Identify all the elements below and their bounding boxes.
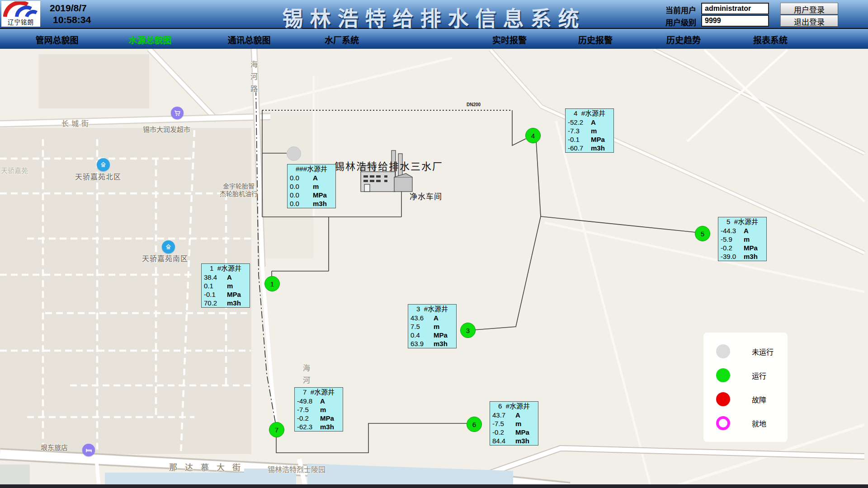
legend-label-idle: 未运行 bbox=[752, 346, 774, 357]
unit-flow: m3h bbox=[744, 252, 758, 261]
unit-pressure: MPa bbox=[434, 331, 448, 339]
value-level: 7.5 bbox=[408, 322, 434, 331]
value-pressure: 0.0 bbox=[288, 191, 313, 199]
value-flow: -39.0 bbox=[718, 252, 744, 261]
poi-label-tianjiao: 天骄嘉苑 bbox=[1, 165, 28, 175]
well-marker-1[interactable]: 1 bbox=[264, 276, 280, 291]
well-panel-title: 7 #水源井 bbox=[295, 388, 343, 397]
unit-flow: m3h bbox=[227, 299, 241, 307]
legend-label-running: 运行 bbox=[752, 370, 766, 381]
value-pressure: -0.1 bbox=[566, 135, 591, 144]
workshop-label: 净水车间 bbox=[410, 190, 442, 202]
well-panel-unassigned: ###水源井 0.0A 0.0m 0.0MPa 0.0m3h bbox=[287, 164, 336, 208]
value-flow: 70.2 bbox=[202, 299, 227, 307]
unit-level: m bbox=[744, 235, 750, 244]
unit-level: m bbox=[434, 322, 439, 331]
well-panel-5: 5 #水源井 -44.3A -5.9m -0.2MPa -39.0m3h bbox=[718, 217, 767, 261]
unit-level: m bbox=[591, 127, 597, 135]
value-level: -5.9 bbox=[718, 235, 744, 244]
current-user-input[interactable] bbox=[701, 3, 769, 14]
tab-pipe-network-overview[interactable]: 管网总貌图 bbox=[35, 33, 78, 46]
well-panel-6: 6 #水源井 43.7A -7.5m -0.2MPa 84.4m3h bbox=[490, 401, 538, 446]
date-display: 2019/8/7 bbox=[50, 2, 91, 14]
user-level-input[interactable] bbox=[701, 15, 769, 27]
value-current: -52.2 bbox=[566, 118, 591, 127]
value-current: -44.3 bbox=[718, 226, 744, 235]
well-panel-title: 3 #水源井 bbox=[408, 305, 456, 314]
well-marker-idle[interactable] bbox=[287, 146, 301, 161]
page-title: 锡林浩特给排水信息系统 bbox=[283, 2, 586, 32]
supermarket-cart-icon bbox=[171, 107, 184, 119]
logo-arcs-icon bbox=[3, 1, 38, 19]
value-current: 43.7 bbox=[490, 411, 515, 419]
poi-label-cemetery: 锡林浩特烈士陵园 bbox=[268, 464, 326, 474]
value-pressure: -0.2 bbox=[490, 428, 515, 436]
main-nav: 管网总貌图 水源总貌图 通讯总貌图 水厂系统 实时报警 历史报警 历史趋势 报表… bbox=[0, 29, 868, 49]
tianjiao-south-building-icon bbox=[162, 240, 175, 253]
well-marker-6[interactable]: 6 bbox=[467, 417, 482, 432]
unit-flow: m3h bbox=[313, 199, 327, 208]
logout-button[interactable]: 退出登录 bbox=[780, 15, 838, 27]
unit-current: A bbox=[591, 118, 596, 127]
poi-label-tire-shop: 金宇轮胎智 杰轮胎机油行 bbox=[220, 183, 258, 198]
unit-current: A bbox=[227, 273, 232, 282]
unit-current: A bbox=[434, 314, 439, 322]
value-pressure: -0.2 bbox=[718, 244, 744, 252]
value-level: -7.5 bbox=[295, 405, 320, 414]
tab-report-system[interactable]: 报表系统 bbox=[753, 33, 788, 46]
unit-pressure: MPa bbox=[515, 428, 529, 436]
street-label-changcheng: 长城街 bbox=[61, 117, 91, 128]
status-legend: 未运行 运行 故障 就地 bbox=[703, 333, 788, 442]
pipe-dn200-label: DN200 bbox=[467, 102, 481, 107]
unit-flow: m3h bbox=[320, 422, 334, 431]
unit-level: m bbox=[227, 282, 233, 290]
unit-pressure: MPa bbox=[320, 414, 334, 422]
value-flow: -60.7 bbox=[566, 144, 591, 152]
well-marker-3[interactable]: 3 bbox=[460, 323, 476, 338]
well-panel-title: 1 #水源井 bbox=[202, 264, 250, 273]
local-status-icon bbox=[716, 416, 730, 430]
plant-title: 锡林浩特给排水三水厂 bbox=[335, 158, 443, 173]
well-marker-4[interactable]: 4 bbox=[525, 128, 541, 143]
well-panel-title: ###水源井 bbox=[288, 164, 335, 174]
tab-history-alarm[interactable]: 历史报警 bbox=[578, 33, 613, 46]
hotel-bed-icon bbox=[82, 444, 95, 456]
well-marker-5[interactable]: 5 bbox=[695, 226, 710, 241]
unit-pressure: MPa bbox=[744, 244, 758, 252]
value-level: 0.0 bbox=[288, 182, 313, 191]
unit-current: A bbox=[313, 174, 318, 182]
value-level: -7.3 bbox=[566, 127, 591, 135]
poi-label-tianjiao-north: 天骄嘉苑北区 bbox=[75, 171, 121, 182]
login-button[interactable]: 用户登录 bbox=[780, 3, 838, 14]
value-current: 38.4 bbox=[202, 273, 227, 282]
fault-status-icon bbox=[716, 392, 730, 406]
tab-water-source-overview[interactable]: 水源总貌图 bbox=[128, 33, 171, 46]
tab-water-plant-system[interactable]: 水厂系统 bbox=[325, 33, 359, 46]
current-user-label: 当前用户 bbox=[665, 4, 696, 15]
value-pressure: -0.2 bbox=[295, 414, 320, 422]
value-flow: -62.3 bbox=[295, 422, 320, 431]
value-current: -49.8 bbox=[295, 397, 320, 405]
unit-level: m bbox=[320, 405, 326, 414]
well-panel-title: 5 #水源井 bbox=[718, 217, 766, 226]
value-current: 0.0 bbox=[288, 174, 313, 182]
value-level: -7.5 bbox=[490, 419, 515, 428]
tab-realtime-alarm[interactable]: 实时报警 bbox=[492, 33, 527, 46]
street-label-haihe-north: 海河路 bbox=[248, 61, 259, 97]
running-status-icon bbox=[716, 368, 730, 382]
logo-text: 辽宁铭朗 bbox=[8, 19, 34, 26]
unit-flow: m3h bbox=[515, 436, 529, 445]
legend-item-fault: 故障 bbox=[716, 392, 788, 406]
legend-label-fault: 故障 bbox=[752, 394, 766, 405]
scada-screen: 辽宁铭朗 2019/8/7 10:58:34 锡林浩特给排水信息系统 当前用户 … bbox=[0, 0, 868, 488]
value-pressure: 0.4 bbox=[408, 331, 434, 339]
poi-label-tire-line1: 金宇轮胎智 bbox=[220, 183, 258, 190]
user-level-label: 用户级别 bbox=[665, 16, 696, 28]
well-marker-7[interactable]: 7 bbox=[269, 422, 284, 437]
unit-level: m bbox=[515, 419, 521, 428]
tab-history-trend[interactable]: 历史趋势 bbox=[666, 33, 701, 46]
poi-label-tire-line2: 杰轮胎机油行 bbox=[220, 190, 258, 198]
tab-communication-overview[interactable]: 通讯总貌图 bbox=[227, 33, 270, 46]
well-panel-4: 4 #水源井 -52.2A -7.3m -0.1MPa -60.7m3h bbox=[565, 108, 614, 153]
poi-label-tianjiao-south: 天骄嘉苑南区 bbox=[142, 253, 188, 263]
